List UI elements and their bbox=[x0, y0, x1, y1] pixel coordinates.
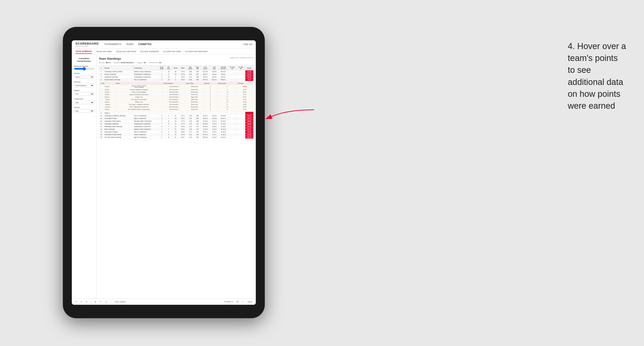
tt-cell-div: NCAA Division I bbox=[163, 96, 185, 98]
cell-low-score: 55-23-1 bbox=[201, 136, 210, 139]
cell-vs50 bbox=[236, 115, 245, 117]
logo-area: SCOREBOARD Powered by clippd bbox=[76, 42, 99, 47]
cell-adj-score: 2.50 bbox=[186, 78, 194, 81]
min-rounds-slider[interactable] bbox=[74, 68, 94, 70]
cell-low-score: 42-20-0 bbox=[201, 123, 210, 125]
cell-points[interactable]: 74.91 bbox=[245, 131, 254, 133]
cell-points[interactable]: 88.49 bbox=[245, 120, 254, 123]
sign-out[interactable]: | Sign out bbox=[243, 43, 252, 45]
cell-no-tour: 8 bbox=[166, 133, 172, 136]
sidebar-division-select[interactable]: NCAA Division I bbox=[74, 84, 94, 87]
cell-wins: 278.1 bbox=[179, 128, 186, 131]
sidebar-conference-select[interactable]: (All) bbox=[74, 101, 94, 104]
cell-no-tour: 7 bbox=[166, 125, 172, 128]
cell-vs25 bbox=[228, 120, 236, 123]
cell-points[interactable]: 83.41 bbox=[245, 125, 254, 128]
tt-cell-team: Florida I bbox=[100, 98, 115, 101]
cell-conference: Southeastern Conference bbox=[133, 76, 158, 78]
view-original-button[interactable]: View: Original bbox=[114, 300, 126, 303]
cell-points[interactable]: 90.22 bbox=[245, 76, 254, 78]
cell-avg-sg: 262 bbox=[194, 70, 201, 73]
share-button[interactable]: Share bbox=[246, 300, 253, 303]
tooltip-table-header: Team Event Event Division Event Type Rou… bbox=[100, 82, 252, 85]
sidebar-region-select[interactable]: N/A bbox=[74, 92, 94, 96]
sub-nav-player-summary[interactable]: PLAYER SUMMARY bbox=[140, 49, 159, 54]
copy-button[interactable]: ⊕ bbox=[94, 300, 97, 303]
tt-cell-rank: +0 bbox=[217, 98, 237, 101]
nav-link-committee[interactable]: COMMITTEE bbox=[138, 42, 152, 46]
cell-wins: 278.1 bbox=[179, 117, 186, 120]
cell-low-score bbox=[201, 112, 210, 115]
sidebar-gender-select[interactable]: Men's bbox=[74, 75, 94, 79]
reset-button[interactable]: ⟳ bbox=[85, 300, 88, 303]
sidebar-school-select[interactable]: (All) bbox=[74, 109, 94, 113]
comment-button[interactable]: 💬 bbox=[236, 300, 240, 303]
cell-vs25 bbox=[228, 133, 236, 136]
cell-points[interactable]: 93.31 bbox=[245, 73, 254, 76]
sub-nav-player-h2h-grid[interactable]: PLAYER H2H GRID bbox=[163, 49, 181, 54]
cell-low-adj bbox=[210, 112, 219, 115]
tt-cell-team: East Ter bbox=[100, 106, 115, 108]
cell-conf-rank: 4 bbox=[158, 115, 166, 117]
sub-nav-player-h2h-heatmap[interactable]: PLAYER H2H HEATMAP bbox=[185, 49, 208, 54]
cell-vs25 bbox=[228, 112, 236, 115]
cell-low-adj: 9-14-0 bbox=[210, 136, 219, 139]
tt-cell-team: Georgia bbox=[100, 103, 115, 106]
cell-low-adj: 7-15-0 bbox=[210, 123, 219, 125]
cell-points[interactable] bbox=[245, 112, 254, 115]
cell-school: The Ohio State University bbox=[104, 136, 133, 139]
cell-low-score: 73-21-1 bbox=[201, 115, 210, 117]
cell-avg-sg: 266 bbox=[194, 117, 201, 120]
cell-conf-rank: 1 bbox=[158, 133, 166, 136]
cell-points[interactable]: 80.94 bbox=[245, 136, 254, 139]
tt-cell-rank: +1 bbox=[217, 103, 237, 106]
tt-cell-type: Stroke Play bbox=[186, 85, 204, 89]
clock-button[interactable]: 🕐 bbox=[104, 300, 108, 303]
cell-no-tour: 6 bbox=[166, 123, 172, 125]
tt-cell-type: Stroke Play bbox=[186, 103, 204, 106]
main-content: CommitteePortal Review Minimum Rounds Ge… bbox=[72, 55, 256, 299]
cell-vs50 bbox=[236, 133, 245, 136]
tt-cell-event: Southern Highlands Collegiate bbox=[115, 89, 163, 91]
cell-points[interactable]: 88.70 bbox=[245, 117, 254, 120]
cell-points[interactable]: 88.48 bbox=[245, 123, 254, 125]
col-avg-sg: Avg.SG bbox=[194, 66, 201, 70]
tt-cell-team: Univers... bbox=[100, 96, 115, 98]
cell-school: Arizona State University bbox=[104, 78, 133, 81]
cell-points[interactable]: 97.02 bbox=[245, 70, 254, 73]
cell-school: University of North Florida bbox=[104, 133, 133, 136]
cell-rank: 5 bbox=[99, 112, 104, 115]
cell-school: Vanderbilt University bbox=[104, 76, 133, 78]
tt-col-w-points: W Points bbox=[237, 82, 252, 85]
cell-rnds: 24 bbox=[172, 120, 179, 123]
cell-low-adj: 5-11-2 bbox=[210, 120, 219, 123]
sub-nav-team-h2h-heatmap[interactable]: TEAM H2H HEATMAP bbox=[116, 49, 136, 54]
tt-cell-rank: -1 bbox=[217, 89, 237, 91]
cell-rnds: 30 bbox=[172, 70, 179, 73]
cell-rnds: 21 bbox=[172, 115, 179, 117]
sub-nav-team-summary[interactable]: TEAM SUMMARY bbox=[76, 49, 92, 54]
cell-rank: 4 bbox=[99, 78, 104, 81]
cell-low-adj: 33-9-0 bbox=[210, 70, 219, 73]
cell-low-score: 42-31-3 bbox=[201, 117, 210, 120]
cell-rank: 19 bbox=[99, 117, 104, 120]
cell-points[interactable]: 83.07 bbox=[245, 115, 254, 117]
expand-button[interactable]: ⤡ bbox=[242, 300, 245, 303]
cell-avg-sg: 267 bbox=[194, 136, 201, 139]
tt-col-event: Event bbox=[115, 82, 163, 85]
watch-button[interactable]: 👁 Watch ▾ bbox=[223, 300, 234, 303]
cell-points-highlighted[interactable]: 79.5 bbox=[245, 78, 254, 81]
nav-link-tournaments[interactable]: TOURNAMENTS bbox=[104, 42, 122, 46]
cell-points[interactable]: 83.89 bbox=[245, 133, 254, 136]
undo-button[interactable]: ↩ bbox=[74, 300, 78, 303]
redo-button[interactable]: ↪ bbox=[80, 300, 83, 303]
cell-conf-rank: 7 bbox=[158, 128, 166, 131]
sub-nav-team-h2h-grid[interactable]: TEAM H2H GRID bbox=[96, 49, 112, 54]
cell-wins: 275.5 bbox=[179, 78, 186, 81]
tt-cell-wpoints: 43.05 bbox=[237, 106, 252, 108]
cell-points[interactable]: 80.71 bbox=[245, 128, 254, 131]
draw-button[interactable]: ✎ bbox=[99, 300, 102, 303]
cell-rnds: 25 bbox=[172, 117, 179, 120]
table-row: 18 University of California, Berkeley Pa… bbox=[99, 115, 254, 117]
nav-link-teams[interactable]: TEAMS bbox=[126, 42, 134, 46]
